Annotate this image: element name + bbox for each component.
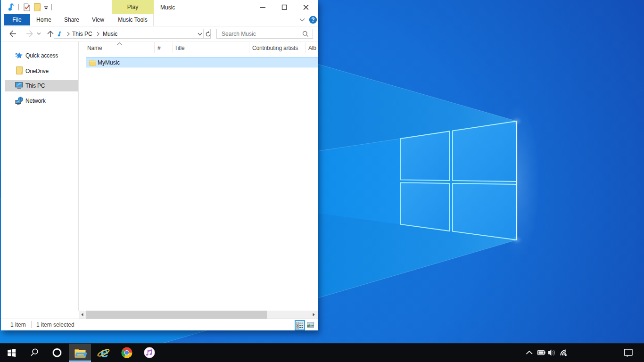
svg-text:?: ? (311, 16, 314, 23)
